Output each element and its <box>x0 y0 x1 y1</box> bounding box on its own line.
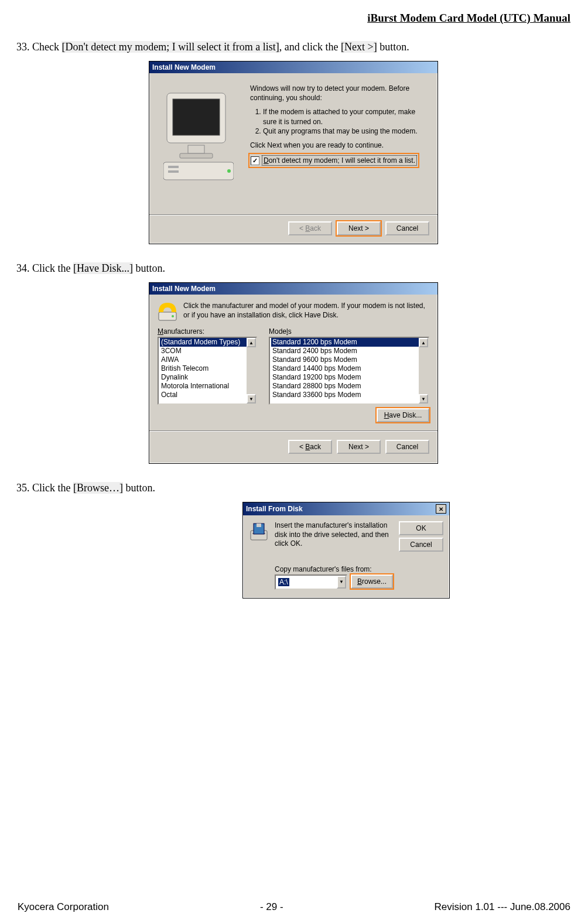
cancel-button[interactable]: Cancel <box>385 221 429 235</box>
list-item[interactable]: Dynalink <box>160 373 247 382</box>
footer-right: Revision 1.01 --- June.08.2006 <box>435 901 570 913</box>
scrollbar[interactable]: ▲ ▼ <box>419 338 428 403</box>
list-item[interactable]: Octal <box>160 391 247 399</box>
title-bar: Install New Modem <box>149 283 437 295</box>
step-33: 33. Check [Don't detect my modem; I will… <box>16 39 570 55</box>
models-listbox[interactable]: Standard 1200 bps Modem Standard 2400 bp… <box>269 337 429 405</box>
scroll-down-icon[interactable]: ▼ <box>247 394 256 403</box>
have-disk-button[interactable]: Have Disk... <box>377 408 429 422</box>
install-new-modem-dialog-2: Install New Modem Click the manufacturer… <box>149 282 438 464</box>
intro-text: Windows will now try to detect your mode… <box>250 84 426 102</box>
list-item[interactable]: (Standard Modem Types) <box>160 338 247 347</box>
list-item[interactable]: Standard 28800 bps Modem <box>271 382 419 391</box>
title-bar: Install New Modem <box>149 61 437 73</box>
step35-ref1: [Browse…] <box>73 482 123 494</box>
cancel-button[interactable]: Cancel <box>399 538 443 552</box>
title-bar: Install From Disk ✕ <box>243 502 449 515</box>
back-button[interactable]: < Back <box>288 440 332 454</box>
browse-button[interactable]: Browse... <box>351 574 393 589</box>
step34-ref1: [Have Disk...] <box>73 262 133 274</box>
step33-ref1: [Don't detect my modem; I will select it… <box>61 41 279 53</box>
list-item[interactable]: AIWA <box>160 355 247 364</box>
cancel-button[interactable]: Cancel <box>385 440 429 454</box>
svg-point-9 <box>172 315 174 317</box>
screenshot-2: Install New Modem Click the manufacturer… <box>16 282 570 464</box>
svg-rect-5 <box>168 166 179 168</box>
desc-text: Insert the manufacturer's installation d… <box>275 521 393 549</box>
dropdown-icon[interactable]: ▼ <box>337 576 346 589</box>
page-footer: Kyocera Corporation - 29 - Revision 1.01… <box>18 901 570 913</box>
step-35: 35. Click the [Browse…] button. <box>16 480 570 496</box>
dont-detect-checkbox[interactable]: ✓ <box>251 156 259 165</box>
dialog-title: Install From Disk <box>246 505 303 513</box>
close-icon[interactable]: ✕ <box>436 504 446 514</box>
install-new-modem-dialog-1: Install New Modem Windo <box>149 61 438 244</box>
ok-button[interactable]: OK <box>399 521 443 535</box>
models-label: Models <box>269 327 429 336</box>
list-item[interactable]: British Telecom <box>160 364 247 373</box>
list-item[interactable]: Motorola International <box>160 382 247 391</box>
step34-end: button. <box>133 262 165 274</box>
svg-rect-13 <box>257 524 261 527</box>
disk-icon <box>249 521 269 541</box>
list-item[interactable]: Standard 2400 bps Modem <box>271 347 419 355</box>
list-item[interactable]: Standard 1200 bps Modem <box>271 338 419 347</box>
dont-detect-label: DDon't detect my modem; I will select it… <box>262 155 417 166</box>
install-from-disk-dialog: Install From Disk ✕ Insert the manufactu… <box>242 502 450 598</box>
svg-rect-2 <box>188 145 204 153</box>
screenshot-1: Install New Modem Windo <box>16 61 570 244</box>
step33-mid: , and click the <box>279 41 341 53</box>
list-item[interactable]: 3COM <box>160 347 247 355</box>
next-button[interactable]: Next > <box>337 440 381 454</box>
step33-num: 33. Check <box>16 41 61 53</box>
step35-num: 35. Click the <box>16 482 73 494</box>
dialog-title: Install New Modem <box>152 63 216 71</box>
scroll-down-icon[interactable]: ▼ <box>419 394 428 403</box>
step34-num: 34. Click the <box>16 262 73 274</box>
footer-left: Kyocera Corporation <box>18 901 109 913</box>
li-2: Quit any programs that may be using the … <box>263 126 426 136</box>
list-item[interactable]: Standard 9600 bps Modem <box>271 355 419 364</box>
back-button: < Back <box>288 221 332 235</box>
list-item[interactable]: Standard 33600 bps Modem <box>271 391 419 399</box>
svg-rect-3 <box>180 153 213 158</box>
page-header: iBurst Modem Card Model (UTC) Manual <box>16 12 570 25</box>
step33-end: button. <box>377 41 409 53</box>
scroll-up-icon[interactable]: ▲ <box>419 338 428 347</box>
page-number: - 29 - <box>260 901 283 913</box>
step-34: 34. Click the [Have Disk...] button. <box>16 261 570 276</box>
step35-end: button. <box>123 482 155 494</box>
list-item[interactable]: Standard 14400 bps Modem <box>271 364 419 373</box>
modem-icon <box>158 302 177 322</box>
scroll-up-icon[interactable]: ▲ <box>247 338 256 347</box>
screenshot-3: Install From Disk ✕ Insert the manufactu… <box>16 502 570 598</box>
path-value: A:\ <box>278 578 289 586</box>
path-combobox[interactable]: A:\ ▼ <box>275 574 347 590</box>
list-item[interactable]: Standard 19200 bps Modem <box>271 373 419 382</box>
manufacturers-listbox[interactable]: (Standard Modem Types) 3COM AIWA British… <box>158 337 257 405</box>
next-button[interactable]: Next > <box>337 221 381 235</box>
continue-text: Click Next when you are ready to continu… <box>250 141 426 150</box>
li-1: If the modem is attached to your compute… <box>263 107 426 126</box>
desc-text: Click the manufacturer and model of your… <box>183 302 429 320</box>
monitor-graphic <box>158 84 240 180</box>
dialog-title: Install New Modem <box>152 285 216 293</box>
svg-point-7 <box>227 169 231 173</box>
copy-from-label: Copy manufacturer's files from: <box>275 565 393 573</box>
svg-rect-1 <box>173 99 220 135</box>
manufacturers-label: Manufacturers: <box>158 327 257 336</box>
scrollbar[interactable]: ▲ ▼ <box>247 338 256 403</box>
svg-rect-6 <box>168 170 179 173</box>
step33-ref2: [Next >] <box>341 41 377 53</box>
